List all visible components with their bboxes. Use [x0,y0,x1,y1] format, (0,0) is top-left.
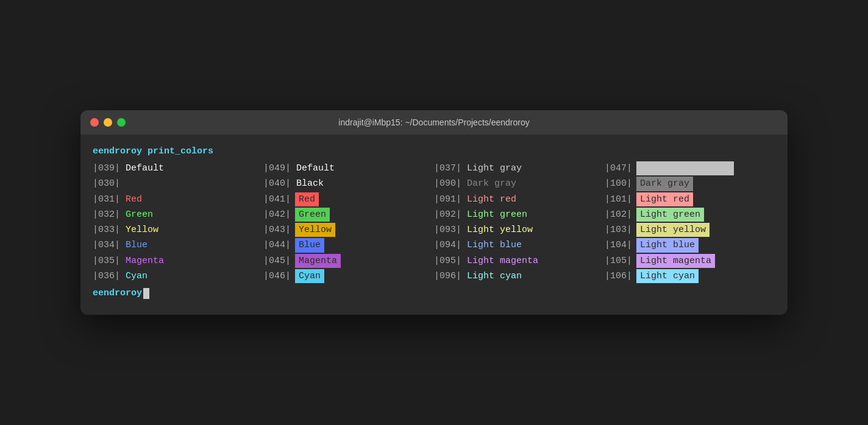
list-item: |036| Cyan [93,269,263,284]
list-item: |031| Red [93,192,263,207]
color-code: |044| [263,238,295,252]
color-label: Light green [466,208,528,222]
color-code: |031| [93,192,124,206]
list-item: |047| [605,161,775,176]
list-item: |096| Light cyan [434,269,605,284]
color-code: |094| [434,238,466,252]
list-item: |044| Blue [263,237,434,253]
color-code: |096| [434,269,466,283]
color-grid: |039| Default |030| |031| Red |032| Gree… [93,161,775,284]
prompt-text: eendroroy [93,286,142,300]
color-code: |034| [93,238,124,252]
list-item: |043| Yellow [263,222,434,237]
list-item: |030| [93,176,263,191]
color-label: Dark gray [636,177,693,191]
list-item: |033| Yellow [93,222,263,237]
color-code: |045| [263,254,295,268]
list-item: |041| Red [263,192,434,207]
list-item: |105| Light magenta [605,253,775,269]
color-label: Blue [295,238,324,252]
traffic-lights [90,118,126,127]
color-label: Light green [636,208,704,222]
list-item: |106| Light cyan [605,269,775,284]
color-code: |106| [605,269,636,283]
color-code: |102| [605,208,636,222]
list-item: |045| Magenta [263,253,434,269]
color-label: Light yellow [466,223,534,237]
list-item: |046| Cyan [263,269,434,284]
list-item: |093| Light yellow [434,222,605,237]
color-label: Light yellow [636,223,710,237]
color-label: Black [295,177,325,191]
color-column-4: |047| |100| Dark gray |101| Light red |1… [605,161,775,284]
list-item: |104| Light blue [605,237,775,253]
color-code: |040| [263,177,295,191]
color-code: |035| [93,254,124,268]
color-label: Light cyan [466,269,523,283]
list-item: |042| Green [263,207,434,222]
cursor [143,288,149,299]
color-label: Light blue [466,238,523,252]
list-item: |039| Default [93,161,263,176]
list-item: |037| Light gray [434,161,605,176]
list-item: |049| Default [263,161,434,176]
color-code: |036| [93,269,124,283]
color-code: |090| [434,177,466,191]
color-label: Yellow [124,223,160,237]
color-label: Light magenta [636,254,715,268]
color-code: |032| [93,208,124,222]
color-label: Blue [124,238,149,252]
color-label: Cyan [295,269,324,283]
list-item: |101| Light red [605,192,775,207]
color-code: |092| [434,208,466,222]
color-code: |042| [263,208,295,222]
color-code: |037| [434,161,466,175]
color-code: |041| [263,192,295,206]
list-item: |095| Light magenta [434,253,605,269]
list-item: |040| Black [263,176,434,191]
color-label: Magenta [124,254,165,268]
list-item: |091| Light red [434,192,605,207]
color-code: |046| [263,269,295,283]
color-code: |043| [263,223,295,237]
color-column-2: |049| Default |040| Black |041| Red |042… [263,161,434,284]
color-label: Light red [636,192,693,206]
color-label: Light blue [636,238,699,252]
color-column-3: |037| Light gray |090| Dark gray |091| L… [434,161,605,284]
color-code: |093| [434,223,466,237]
color-label: Magenta [295,254,341,268]
color-code: |101| [605,192,636,206]
list-item: |094| Light blue [434,237,605,253]
color-label [636,161,734,175]
color-label: Dark gray [466,177,518,191]
list-item: |034| Blue [93,237,263,253]
maximize-button[interactable] [117,118,126,127]
color-code: |033| [93,223,124,237]
color-label: Yellow [295,223,335,237]
list-item: |032| Green [93,207,263,222]
color-label: Light magenta [466,254,539,268]
command-line: eendroroy print_colors [93,144,775,158]
minimize-button[interactable] [104,118,112,127]
window-title: indrajit@iMbp15: ~/Documents/Projects/ee… [338,118,529,127]
color-code: |047| [605,161,636,175]
color-label: Red [295,192,319,206]
color-code: |095| [434,254,466,268]
terminal-body[interactable]: eendroroy print_colors |039| Default |03… [80,135,788,315]
prompt-line: eendroroy [93,286,775,300]
color-label: Light cyan [636,269,699,283]
color-label: Green [124,208,154,222]
color-code: |030| [93,177,124,191]
color-code: |049| [263,161,295,175]
list-item: |103| Light yellow [605,222,775,237]
color-code: |105| [605,254,636,268]
color-label: Cyan [124,269,149,283]
list-item: |090| Dark gray [434,176,605,191]
color-label: Light red [466,192,518,206]
color-code: |091| [434,192,466,206]
list-item: |092| Light green [434,207,605,222]
color-code: |039| [93,161,124,175]
close-button[interactable] [90,118,99,127]
color-label: Green [295,208,330,222]
terminal-window: indrajit@iMbp15: ~/Documents/Projects/ee… [80,110,788,315]
